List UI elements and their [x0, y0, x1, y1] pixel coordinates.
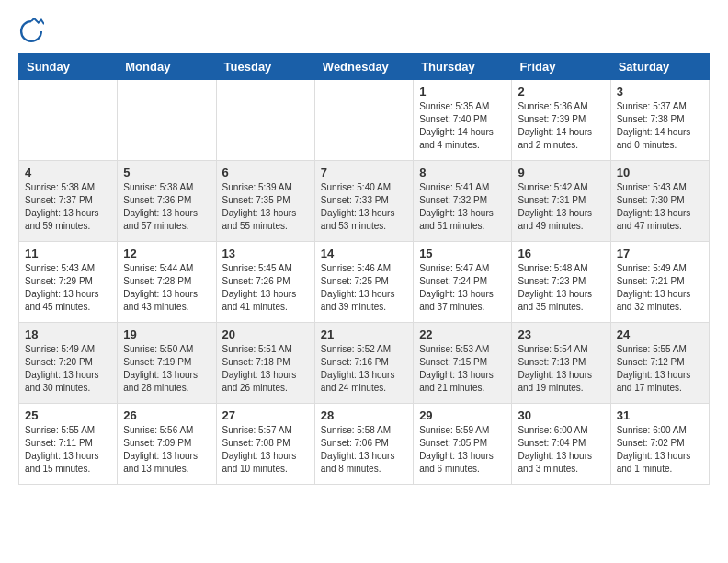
day-number: 2 [518, 85, 604, 98]
day-info: Sunrise: 5:58 AM Sunset: 7:06 PM Dayligh… [321, 424, 407, 476]
day-info: Sunrise: 5:43 AM Sunset: 7:29 PM Dayligh… [25, 262, 111, 314]
day-number: 20 [222, 327, 309, 341]
calendar-cell: 31Sunrise: 6:00 AM Sunset: 7:02 PM Dayli… [610, 404, 709, 485]
calendar-cell: 9Sunrise: 5:42 AM Sunset: 7:31 PM Daylig… [512, 161, 610, 242]
day-number: 19 [123, 327, 210, 341]
day-info: Sunrise: 5:38 AM Sunset: 7:37 PM Dayligh… [25, 181, 111, 233]
day-info: Sunrise: 5:59 AM Sunset: 7:05 PM Dayligh… [419, 424, 506, 476]
calendar-cell [19, 80, 118, 161]
page-header [18, 18, 710, 44]
column-header-tuesday: Tuesday [216, 54, 314, 80]
calendar-cell: 2Sunrise: 5:36 AM Sunset: 7:39 PM Daylig… [512, 80, 610, 161]
calendar-cell [314, 80, 413, 161]
calendar-cell: 23Sunrise: 5:54 AM Sunset: 7:13 PM Dayli… [512, 323, 610, 404]
day-number: 4 [25, 166, 111, 179]
day-info: Sunrise: 5:42 AM Sunset: 7:31 PM Dayligh… [518, 181, 604, 233]
column-header-thursday: Thursday [414, 54, 512, 80]
calendar-cell: 19Sunrise: 5:50 AM Sunset: 7:19 PM Dayli… [118, 323, 216, 404]
day-number: 31 [617, 408, 703, 422]
calendar-cell: 12Sunrise: 5:44 AM Sunset: 7:28 PM Dayli… [118, 242, 216, 323]
day-number: 6 [222, 166, 309, 179]
calendar-cell: 11Sunrise: 5:43 AM Sunset: 7:29 PM Dayli… [19, 242, 118, 323]
day-number: 26 [123, 408, 210, 422]
generalblue-logo-icon [18, 18, 44, 44]
day-number: 27 [222, 408, 309, 422]
calendar-cell: 17Sunrise: 5:49 AM Sunset: 7:21 PM Dayli… [610, 242, 709, 323]
calendar-cell: 6Sunrise: 5:39 AM Sunset: 7:35 PM Daylig… [216, 161, 314, 242]
day-number: 5 [123, 166, 210, 179]
day-number: 17 [617, 247, 703, 260]
calendar-cell: 25Sunrise: 5:55 AM Sunset: 7:11 PM Dayli… [19, 404, 118, 485]
day-info: Sunrise: 5:48 AM Sunset: 7:23 PM Dayligh… [518, 262, 604, 314]
day-info: Sunrise: 5:51 AM Sunset: 7:18 PM Dayligh… [222, 343, 309, 395]
day-number: 9 [518, 166, 604, 179]
calendar-cell [118, 80, 216, 161]
calendar-cell: 1Sunrise: 5:35 AM Sunset: 7:40 PM Daylig… [414, 80, 512, 161]
day-number: 15 [419, 247, 506, 260]
calendar-cell [216, 80, 314, 161]
day-info: Sunrise: 5:49 AM Sunset: 7:21 PM Dayligh… [617, 262, 703, 314]
column-header-wednesday: Wednesday [314, 54, 413, 80]
column-header-monday: Monday [118, 54, 216, 80]
day-number: 8 [419, 166, 506, 179]
calendar-cell: 5Sunrise: 5:38 AM Sunset: 7:36 PM Daylig… [118, 161, 216, 242]
day-number: 10 [617, 166, 703, 179]
calendar-cell: 22Sunrise: 5:53 AM Sunset: 7:15 PM Dayli… [414, 323, 512, 404]
day-info: Sunrise: 5:36 AM Sunset: 7:39 PM Dayligh… [518, 100, 604, 152]
day-info: Sunrise: 5:47 AM Sunset: 7:24 PM Dayligh… [419, 262, 506, 314]
calendar-cell: 24Sunrise: 5:55 AM Sunset: 7:12 PM Dayli… [610, 323, 709, 404]
day-number: 23 [518, 327, 604, 341]
day-info: Sunrise: 5:55 AM Sunset: 7:12 PM Dayligh… [617, 343, 703, 395]
calendar-cell: 20Sunrise: 5:51 AM Sunset: 7:18 PM Dayli… [216, 323, 314, 404]
day-info: Sunrise: 5:39 AM Sunset: 7:35 PM Dayligh… [222, 181, 309, 233]
logo [18, 18, 48, 44]
calendar-cell: 21Sunrise: 5:52 AM Sunset: 7:16 PM Dayli… [314, 323, 413, 404]
calendar-cell: 27Sunrise: 5:57 AM Sunset: 7:08 PM Dayli… [216, 404, 314, 485]
day-info: Sunrise: 5:41 AM Sunset: 7:32 PM Dayligh… [419, 181, 506, 233]
calendar-cell: 7Sunrise: 5:40 AM Sunset: 7:33 PM Daylig… [314, 161, 413, 242]
day-number: 14 [321, 247, 407, 260]
day-number: 21 [321, 327, 407, 341]
calendar-cell: 30Sunrise: 6:00 AM Sunset: 7:04 PM Dayli… [512, 404, 610, 485]
day-info: Sunrise: 5:43 AM Sunset: 7:30 PM Dayligh… [617, 181, 703, 233]
day-info: Sunrise: 5:54 AM Sunset: 7:13 PM Dayligh… [518, 343, 604, 395]
day-number: 13 [222, 247, 309, 260]
day-info: Sunrise: 5:37 AM Sunset: 7:38 PM Dayligh… [617, 100, 703, 152]
day-number: 29 [419, 408, 506, 422]
day-info: Sunrise: 5:46 AM Sunset: 7:25 PM Dayligh… [321, 262, 407, 314]
day-info: Sunrise: 5:57 AM Sunset: 7:08 PM Dayligh… [222, 424, 309, 476]
day-info: Sunrise: 5:44 AM Sunset: 7:28 PM Dayligh… [123, 262, 210, 314]
calendar-cell: 16Sunrise: 5:48 AM Sunset: 7:23 PM Dayli… [512, 242, 610, 323]
calendar-cell: 15Sunrise: 5:47 AM Sunset: 7:24 PM Dayli… [414, 242, 512, 323]
calendar-cell: 8Sunrise: 5:41 AM Sunset: 7:32 PM Daylig… [414, 161, 512, 242]
calendar-cell: 13Sunrise: 5:45 AM Sunset: 7:26 PM Dayli… [216, 242, 314, 323]
day-info: Sunrise: 5:53 AM Sunset: 7:15 PM Dayligh… [419, 343, 506, 395]
day-info: Sunrise: 5:40 AM Sunset: 7:33 PM Dayligh… [321, 181, 407, 233]
day-info: Sunrise: 5:35 AM Sunset: 7:40 PM Dayligh… [419, 100, 506, 152]
day-number: 1 [419, 85, 506, 98]
day-number: 16 [518, 247, 604, 260]
day-info: Sunrise: 5:49 AM Sunset: 7:20 PM Dayligh… [25, 343, 111, 395]
day-number: 30 [518, 408, 604, 422]
day-number: 24 [617, 327, 703, 341]
day-info: Sunrise: 5:56 AM Sunset: 7:09 PM Dayligh… [123, 424, 210, 476]
calendar-cell: 3Sunrise: 5:37 AM Sunset: 7:38 PM Daylig… [610, 80, 709, 161]
day-info: Sunrise: 5:52 AM Sunset: 7:16 PM Dayligh… [321, 343, 407, 395]
day-info: Sunrise: 5:50 AM Sunset: 7:19 PM Dayligh… [123, 343, 210, 395]
day-number: 7 [321, 166, 407, 179]
day-number: 12 [123, 247, 210, 260]
day-info: Sunrise: 5:55 AM Sunset: 7:11 PM Dayligh… [25, 424, 111, 476]
day-number: 25 [25, 408, 111, 422]
column-header-sunday: Sunday [19, 54, 118, 80]
day-number: 3 [617, 85, 703, 98]
calendar-cell: 28Sunrise: 5:58 AM Sunset: 7:06 PM Dayli… [314, 404, 413, 485]
day-info: Sunrise: 5:45 AM Sunset: 7:26 PM Dayligh… [222, 262, 309, 314]
day-info: Sunrise: 5:38 AM Sunset: 7:36 PM Dayligh… [123, 181, 210, 233]
calendar-cell: 14Sunrise: 5:46 AM Sunset: 7:25 PM Dayli… [314, 242, 413, 323]
calendar-cell: 10Sunrise: 5:43 AM Sunset: 7:30 PM Dayli… [610, 161, 709, 242]
calendar-cell: 18Sunrise: 5:49 AM Sunset: 7:20 PM Dayli… [19, 323, 118, 404]
column-header-saturday: Saturday [610, 54, 709, 80]
day-number: 18 [25, 327, 111, 341]
day-info: Sunrise: 6:00 AM Sunset: 7:02 PM Dayligh… [617, 424, 703, 476]
calendar-cell: 26Sunrise: 5:56 AM Sunset: 7:09 PM Dayli… [118, 404, 216, 485]
